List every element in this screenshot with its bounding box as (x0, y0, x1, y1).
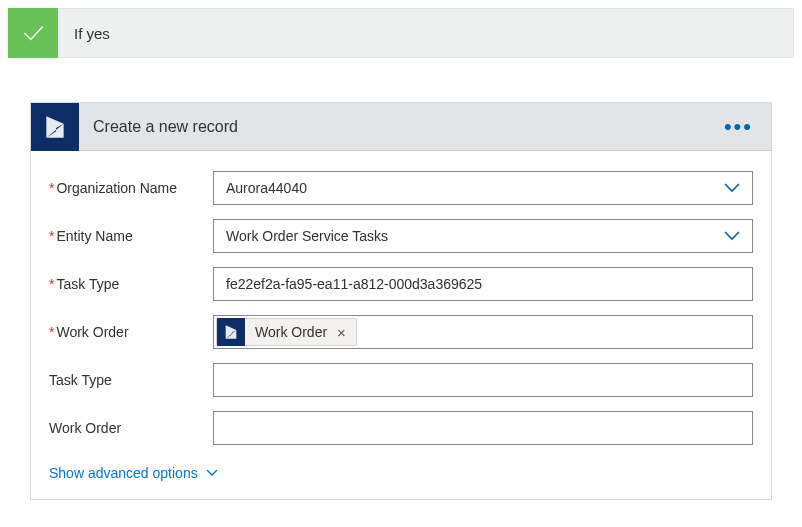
checkmark-icon (8, 8, 58, 58)
more-options-button[interactable]: ••• (706, 122, 771, 132)
task-type-input-required[interactable]: fe22ef2a-fa95-ea11-a812-000d3a369625 (213, 267, 753, 301)
chip-label: Work Order (245, 324, 337, 340)
label-task-type: Task Type (49, 372, 213, 388)
label-organization-name: *Organization Name (49, 180, 213, 196)
card-body: *Organization Name Aurora44040 *Entity N… (31, 151, 771, 499)
dynamics-icon (217, 318, 245, 346)
dynamics-icon (31, 103, 79, 151)
work-order-input-required[interactable]: Work Order × (213, 315, 753, 349)
task-type-input[interactable] (213, 363, 753, 397)
action-card: Create a new record ••• *Organization Na… (30, 102, 772, 500)
organization-name-value: Aurora44040 (214, 180, 712, 196)
label-work-order-required: *Work Order (49, 324, 213, 340)
card-title: Create a new record (79, 118, 706, 136)
card-header[interactable]: Create a new record ••• (31, 103, 771, 151)
chevron-down-icon[interactable] (712, 231, 752, 241)
label-task-type-required: *Task Type (49, 276, 213, 292)
work-order-chip[interactable]: Work Order × (216, 318, 357, 346)
entity-name-value: Work Order Service Tasks (214, 228, 712, 244)
chevron-down-icon (206, 469, 218, 477)
organization-name-dropdown[interactable]: Aurora44040 (213, 171, 753, 205)
entity-name-dropdown[interactable]: Work Order Service Tasks (213, 219, 753, 253)
condition-title: If yes (58, 25, 110, 42)
close-icon[interactable]: × (337, 325, 346, 340)
show-advanced-options-link[interactable]: Show advanced options (49, 465, 218, 481)
label-work-order: Work Order (49, 420, 213, 436)
label-entity-name: *Entity Name (49, 228, 213, 244)
chevron-down-icon[interactable] (712, 183, 752, 193)
work-order-input[interactable] (213, 411, 753, 445)
condition-header[interactable]: If yes (8, 8, 794, 58)
task-type-value: fe22ef2a-fa95-ea11-a812-000d3a369625 (214, 276, 752, 292)
